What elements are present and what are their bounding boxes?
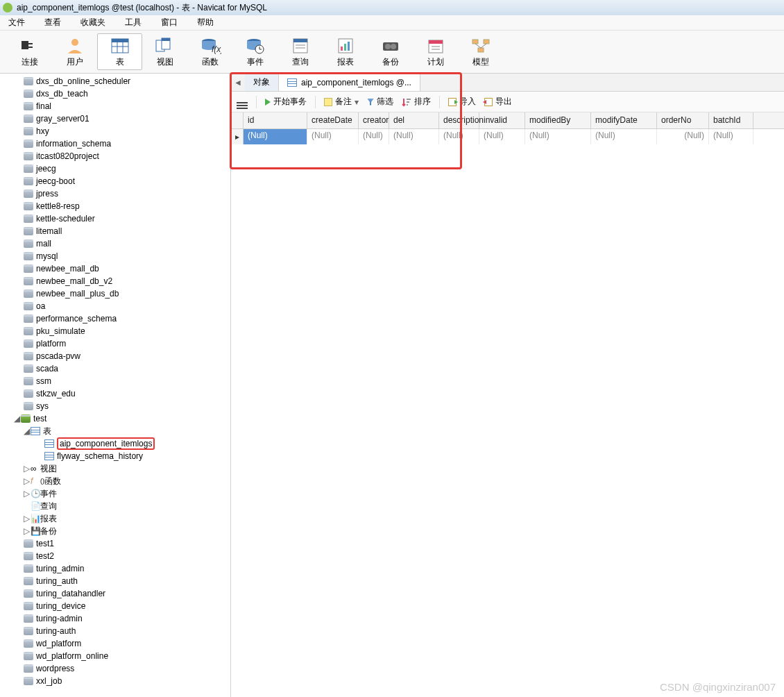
toolbar-user-button[interactable]: 用户 (52, 34, 97, 69)
db-wordpress[interactable]: wordpress (0, 662, 230, 675)
toolbar-backup-button[interactable]: 备份 (368, 34, 413, 69)
db-stkzw_edu[interactable]: stkzw_edu (0, 387, 230, 400)
toolbar-model-button[interactable]: 模型 (458, 34, 503, 69)
begin-transaction-button[interactable]: 开始事务 (265, 96, 307, 108)
toolbar-event-button[interactable]: 事件 (232, 34, 278, 69)
database-tree[interactable]: dxs_db_online_schedulerdxs_db_teachfinal… (0, 74, 231, 697)
db-platform[interactable]: platform (0, 337, 230, 350)
db-dxs_db_teach[interactable]: dxs_db_teach (0, 87, 230, 100)
db-turing-auth[interactable]: turing-auth (0, 625, 230, 637)
menu-file[interactable]: 文件 (6, 15, 28, 30)
database-icon (24, 539, 33, 548)
db-wd_platform[interactable]: wd_platform (0, 637, 230, 650)
db-turing-admin[interactable]: turing-admin (0, 612, 230, 625)
col-modifiedBy[interactable]: modifiedBy (525, 112, 591, 128)
tree-views[interactable]: ▷∞ 视图 (0, 462, 230, 475)
toolbar-query-button[interactable]: 查询 (278, 34, 323, 69)
menu-tools[interactable]: 工具 (122, 15, 144, 30)
tree-funcs[interactable]: ▷f() 函数 (0, 475, 230, 487)
col-id[interactable]: id (244, 112, 307, 128)
db-wd_platform_online[interactable]: wd_platform_online (0, 650, 230, 662)
col-modifyDate[interactable]: modifyDate (591, 112, 657, 128)
db-newbee_mall_db[interactable]: newbee_mall_db (0, 262, 230, 275)
db-kettle8-resp[interactable]: kettle8-resp (0, 200, 230, 212)
db-gray_server01[interactable]: gray_server01 (0, 112, 230, 125)
col-del[interactable]: del (389, 112, 439, 128)
db-jpress[interactable]: jpress (0, 187, 230, 200)
toolbar-report-button[interactable]: 报表 (323, 34, 368, 69)
sort-button[interactable]: 排序 (402, 96, 431, 108)
tree-queries[interactable]: 📄 查询 (0, 500, 230, 512)
db-newbee_mall_db_v2[interactable]: newbee_mall_db_v2 (0, 275, 230, 287)
tree-reports[interactable]: ▷📊 报表 (0, 512, 230, 525)
cell-description[interactable]: (Null) (439, 129, 479, 144)
db-dxs_db_online_scheduler[interactable]: dxs_db_online_scheduler (0, 75, 230, 87)
table-aip_component_itemlogs[interactable]: aip_component_itemlogs (0, 437, 230, 450)
db-final[interactable]: final (0, 100, 230, 112)
cell-batchId[interactable]: (Null) (709, 129, 753, 144)
cell-createDate[interactable]: (Null) (307, 129, 359, 144)
db-turing_datahandler[interactable]: turing_datahandler (0, 587, 230, 600)
filter-button[interactable]: 筛选 (367, 96, 393, 108)
menu-view[interactable]: 查看 (42, 15, 64, 30)
cell-modifyDate[interactable]: (Null) (591, 129, 657, 144)
db-jeecg[interactable]: jeecg (0, 162, 230, 175)
tab-table[interactable]: aip_component_itemlogs @... (279, 74, 420, 91)
db-newbee_mall_plus_db[interactable]: newbee_mall_plus_db (0, 287, 230, 300)
tree-backups[interactable]: ▷💾 备份 (0, 525, 230, 537)
db-pku_simulate[interactable]: pku_simulate (0, 325, 230, 337)
col-batchId[interactable]: batchId (709, 112, 753, 128)
cell-orderNo[interactable]: (Null) (657, 129, 709, 144)
db-oa[interactable]: oa (0, 300, 230, 312)
tab-objects[interactable]: 对象 (245, 74, 279, 91)
toolbar-connect-button[interactable]: 连接 (7, 34, 52, 69)
col-description[interactable]: description (439, 112, 479, 128)
cell-modifiedBy[interactable]: (Null) (525, 129, 591, 144)
memo-button[interactable]: 备注▾ (324, 96, 359, 108)
import-button[interactable]: 导入 (448, 96, 476, 108)
grid-row[interactable]: ▸ (Null)(Null)(Null)(Null)(Null)(Null)(N… (231, 129, 784, 144)
col-createDate[interactable]: createDate (307, 112, 359, 128)
db-mall[interactable]: mall (0, 237, 230, 250)
db-mysql[interactable]: mysql (0, 250, 230, 262)
toolbar-views-button[interactable]: 视图 (142, 34, 187, 69)
db-xxl_job[interactable]: xxl_job (0, 675, 230, 687)
table-flyway_schema_history[interactable]: flyway_schema_history (0, 450, 230, 462)
db-information_schema[interactable]: information_schema (0, 137, 230, 150)
db-ssm[interactable]: ssm (0, 375, 230, 387)
db-itcast0820project[interactable]: itcast0820project (0, 150, 230, 162)
col-orderNo[interactable]: orderNo (657, 112, 709, 128)
menu-fav[interactable]: 收藏夹 (78, 15, 108, 30)
database-icon (24, 252, 33, 260)
cell-invalid[interactable]: (Null) (479, 129, 525, 144)
tab-chevron-left-icon[interactable]: ◄ (231, 74, 245, 91)
db-kettle-scheduler[interactable]: kettle-scheduler (0, 212, 230, 225)
cell-id[interactable]: (Null) (244, 129, 307, 144)
db-hxy[interactable]: hxy (0, 125, 230, 137)
db-turing_device[interactable]: turing_device (0, 600, 230, 612)
cell-del[interactable]: (Null) (389, 129, 439, 144)
db-sys[interactable]: sys (0, 400, 230, 412)
toolbar-func-button[interactable]: f(x)函数 (187, 34, 232, 69)
menu-help[interactable]: 帮助 (194, 15, 216, 30)
db-turing_admin[interactable]: turing_admin (0, 562, 230, 575)
db-test[interactable]: ◢test (0, 412, 230, 425)
cell-creator[interactable]: (Null) (359, 129, 389, 144)
db-performance_schema[interactable]: performance_schema (0, 312, 230, 325)
db-scada[interactable]: scada (0, 362, 230, 375)
db-jeecg-boot[interactable]: jeecg-boot (0, 175, 230, 187)
db-test1[interactable]: test1 (0, 537, 230, 550)
tree-events[interactable]: ▷🕒 事件 (0, 487, 230, 500)
tree-tables[interactable]: ◢表 (0, 425, 230, 437)
db-turing_auth[interactable]: turing_auth (0, 575, 230, 587)
export-button[interactable]: 导出 (484, 96, 512, 108)
db-litemall[interactable]: litemall (0, 225, 230, 237)
toolbar-table-button[interactable]: 表 (97, 33, 142, 70)
menu-icon[interactable] (237, 102, 248, 103)
menu-window[interactable]: 窗口 (158, 15, 180, 30)
col-creator[interactable]: creator (359, 112, 389, 128)
db-pscada-pvw[interactable]: pscada-pvw (0, 350, 230, 362)
col-invalid[interactable]: invalid (479, 112, 525, 128)
db-test2[interactable]: test2 (0, 550, 230, 562)
toolbar-plan-button[interactable]: 计划 (413, 34, 458, 69)
